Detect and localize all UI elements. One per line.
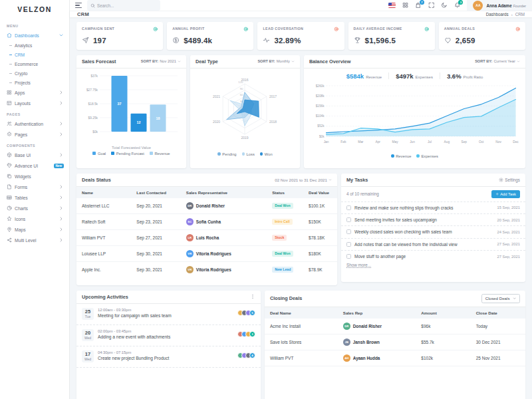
table-header: Deal NameSales RepAmountClose Date [265, 307, 525, 319]
status-badge: Intro Call [272, 219, 292, 225]
sidebar-item-projects[interactable]: Projects [0, 78, 69, 87]
sidebar-item-ecommerce[interactable]: Ecommerce [0, 59, 69, 68]
breadcrumb-current: CRM [515, 12, 525, 17]
status-badge: New Lead [272, 267, 293, 273]
caret-down-icon [329, 178, 332, 182]
deal-type-sort-dropdown[interactable]: SORT BY:Monthly [257, 59, 295, 63]
upcoming-activities-card: Upcoming Activities 25Tue 12:00am - 03:3… [76, 291, 261, 399]
sidebar-item-authentication[interactable]: Authentication [0, 118, 69, 129]
bullet [9, 82, 12, 83]
sidebar-item-forms[interactable]: Forms [0, 182, 69, 192]
sidebar-item-charts[interactable]: Charts [0, 203, 69, 213]
panel-title: Sales Forecast [82, 59, 116, 65]
sidebar-item-multi-level[interactable]: Multi Level [0, 235, 69, 245]
more-count-badge: 3 [249, 331, 255, 337]
notifications-bell-icon[interactable]: 3 [454, 2, 461, 9]
status-badge: Stuck [272, 235, 287, 241]
tasks-settings-button[interactable]: Settings [499, 178, 520, 182]
caret-down-icon [513, 297, 517, 301]
sales-sort-dropdown[interactable]: SORT BY:Nov 2021 [141, 59, 181, 63]
date-range-dropdown[interactable]: 02 Nov 2021 to 31 Dec 2021 [275, 178, 332, 182]
fullscreen-icon[interactable] [428, 2, 435, 9]
panel-title: Closing Deals [270, 295, 302, 301]
sidebar-item-layouts[interactable]: Layouts [0, 98, 69, 108]
search-input[interactable] [97, 3, 157, 8]
chevron-right-icon [59, 227, 64, 232]
chevron-right-icon [59, 121, 64, 126]
dark-mode-icon[interactable] [441, 2, 448, 9]
page-title: CRM [77, 11, 89, 17]
kpi-card-annual-deals: ANNUAL DEALS 2,659 [439, 22, 525, 50]
task-item: Weekly closed sales won checking with sa… [341, 226, 525, 238]
task-checkbox[interactable] [346, 229, 351, 234]
sales-forecast-card: Sales Forecast SORT BY:Nov 2021 $0k$9.25… [76, 55, 186, 168]
app-logo[interactable]: VELZON [0, 0, 69, 19]
sidebar-item-base-ui[interactable]: Base UI [0, 150, 69, 160]
sidebar-item-pages[interactable]: Pages [0, 129, 69, 140]
svg-text:$18.5k: $18.5k [88, 102, 98, 105]
task-checkbox[interactable] [346, 242, 351, 247]
avatar-group: 3 [237, 329, 255, 337]
star-icon [7, 216, 12, 221]
cart-icon[interactable]: 7 [415, 2, 422, 9]
sidebar-item-icons[interactable]: Icons [0, 213, 69, 224]
sidebar-item-maps[interactable]: Maps [0, 224, 69, 235]
page-title-bar: CRM Dashboards › CRM [70, 11, 532, 17]
apps-grid-icon[interactable] [402, 2, 409, 9]
table-row: Raitech SoftSep 23, 2021 SCSofia Cunha I… [76, 214, 337, 230]
balance-sort-dropdown[interactable]: SORT BY:Current Year [475, 59, 520, 63]
task-checkbox[interactable] [346, 254, 351, 259]
sidebar-item-apps[interactable]: Apps [0, 87, 69, 98]
topbar: 7 3 AA Anna Adame Founder [70, 0, 532, 11]
user-menu[interactable]: AA Anna Adame Founder [467, 0, 532, 11]
svg-text:$37k: $37k [91, 74, 98, 77]
language-flag-icon[interactable] [388, 3, 396, 8]
balance-overview-area-chart: $0k$52k$104k$156k$208k$260kJanFebMarAprM… [308, 80, 521, 152]
gear-icon [499, 178, 503, 182]
chevron-right-icon [59, 184, 64, 190]
menu-toggle-icon[interactable] [75, 3, 82, 8]
sidebar-item-analytics[interactable]: Analytics [0, 41, 69, 50]
sidebar-item-dashboards[interactable]: Dashboards [0, 30, 69, 41]
svg-text:$104k: $104k [316, 114, 325, 118]
table-row: Loiusee LLPSep 30, 2021 VRVitoria Rodrig… [76, 246, 337, 262]
nav-section-menu: MENU [0, 20, 69, 30]
sidebar-item-crm[interactable]: CRM [0, 50, 69, 59]
svg-text:Oct: Oct [479, 140, 484, 144]
sidebar-item-widgets[interactable]: Widgets [0, 171, 69, 182]
task-checkbox[interactable] [346, 205, 351, 210]
svg-text:Apr: Apr [375, 140, 380, 144]
sidebar-item-crypto[interactable]: Crypto [0, 68, 69, 78]
status-badge: Deal Won [272, 203, 293, 209]
apps-icon [7, 90, 12, 95]
task-checkbox[interactable] [346, 217, 351, 222]
layouts-icon [7, 100, 12, 106]
balance-stats: $584kRevenue $497kExpenses 3.6%Profit Ra… [346, 70, 483, 80]
middle-row: Deals Status 02 Nov 2021 to 31 Dec 2021 … [76, 174, 525, 285]
caret-down-icon [517, 60, 520, 63]
svg-text:2021: 2021 [213, 94, 220, 98]
search-icon [90, 3, 95, 8]
sidebar-item-tables[interactable]: Tables [0, 192, 69, 203]
chevron-right-icon [59, 90, 64, 95]
closed-deals-select[interactable]: Closed Deals [481, 294, 520, 303]
table-row: Acme Inc Install DRDonald Risher $96kTod… [265, 319, 525, 334]
kebab-menu-icon[interactable] [250, 294, 255, 299]
avatar: DR [343, 323, 350, 330]
add-task-button[interactable]: Add Task [491, 190, 520, 198]
more-count-badge: 5 [249, 310, 255, 316]
show-more-link[interactable]: Show more... [341, 260, 376, 270]
sidebar-item-advance-ui[interactable]: Advance UI New [0, 160, 69, 171]
svg-text:$156k: $156k [316, 104, 325, 108]
pie-chart-icon [7, 205, 12, 211]
sidebar-nav: MENU Dashboards Analytics CRM Ecommerce … [0, 19, 69, 247]
svg-text:2018: 2018 [269, 120, 277, 124]
breadcrumb: Dashboards › CRM [486, 12, 525, 17]
chevron-right-icon [59, 205, 64, 211]
task-item: Review and make sure nothing slips throu… [341, 202, 525, 214]
breadcrumb-dashboards[interactable]: Dashboards [486, 12, 509, 17]
trend-icon [153, 27, 158, 33]
svg-text:Jan: Jan [324, 140, 329, 144]
user-role: Founder [513, 4, 526, 8]
svg-text:Nov: Nov [495, 140, 501, 144]
